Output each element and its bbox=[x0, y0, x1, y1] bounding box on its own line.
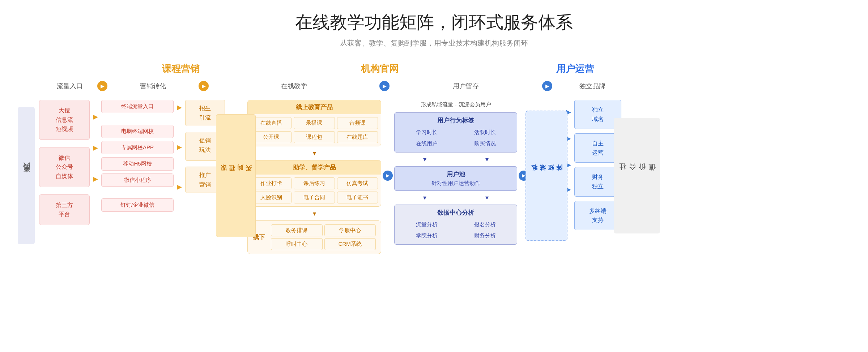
flow-arrow-3: ▶ bbox=[379, 81, 390, 91]
online-edu-header: 线上教育产品 bbox=[248, 100, 381, 114]
ot-down-arrow-2: ▾ bbox=[247, 210, 381, 218]
assist-section: 助学、督学产品 作业打卡 课后练习 仿真考试 人脸识别 电子合同 电子证书 bbox=[247, 160, 381, 207]
down-arrow-3: ▾ bbox=[394, 194, 455, 202]
traffic-to-marketing-arrows: ▶ ▶ ▶ bbox=[90, 97, 101, 254]
down-arrows-row-2: ▾ ▾ bbox=[394, 194, 517, 202]
page-title: 在线教学功能矩阵，闭环式服务体系 bbox=[14, 11, 854, 34]
flow-labels-row: 流量入口 ▶ 营销转化 ▶ 在线教学 ▶ 用户留存 ▶ 独立品牌 bbox=[14, 81, 854, 91]
online-edu-section: 线上教育产品 在线直播 录播课 音频课 公开课 课程包 在线题库 bbox=[247, 100, 381, 146]
section-header-website: 机构官网 bbox=[275, 63, 485, 75]
data-center-header: 数据中心分析 bbox=[398, 209, 513, 217]
diagram-body: 流量入口 大搜信息流短视频 微信公众号自媒体 第三方平台 ▶ ▶ ▶ 终端流量入… bbox=[14, 97, 854, 254]
mkt-item-3: 专属网校APP bbox=[101, 141, 174, 154]
traffic-sources-col: 大搜信息流短视频 微信公众号自媒体 第三方平台 bbox=[39, 97, 90, 254]
edu-item-1: 在线直播 bbox=[251, 117, 292, 129]
left-traffic-label-col: 流量入口 bbox=[14, 97, 39, 254]
right-vertical-label: 社会价值 bbox=[614, 118, 660, 233]
flow-label-online: 在线教学 bbox=[213, 82, 375, 90]
traffic-source-3: 第三方平台 bbox=[39, 194, 90, 225]
private-domain-label: 私域矩阵 bbox=[526, 111, 567, 241]
section-header-user-ops: 用户运营 bbox=[485, 63, 665, 75]
arrow-t3: ▶ bbox=[93, 168, 98, 189]
course-purchase-label: 课程购买 bbox=[216, 114, 256, 237]
dc-item-2: 报名分析 bbox=[456, 220, 513, 229]
section-header-marketing: 课程营销 bbox=[87, 63, 275, 75]
mkt-spacer-1 bbox=[101, 116, 174, 122]
assist-item-5: 电子合同 bbox=[294, 192, 335, 203]
offline-item-1: 教务排课 bbox=[271, 224, 323, 236]
mkt-item-5: 微信小程序 bbox=[101, 173, 174, 187]
marketing-to-buy-arrows: ▶ ▶ ▶ bbox=[174, 97, 185, 254]
arrow-t1: ▶ bbox=[93, 106, 98, 127]
mkt-spacer-2 bbox=[101, 190, 174, 196]
assist-header: 助学、督学产品 bbox=[248, 160, 381, 175]
flow-label-traffic: 流量入口 bbox=[46, 82, 93, 90]
arrow-m2: ▶ bbox=[177, 124, 182, 171]
data-center-section: 数据中心分析 流量分析 报名分析 学院分析 财务分析 bbox=[394, 205, 517, 245]
left-vertical-label: 流量入口 bbox=[18, 107, 35, 244]
mkt-item-6: 钉钉/企业微信 bbox=[101, 198, 174, 212]
private-domain-col: 私域矩阵 bbox=[530, 97, 563, 254]
arrow-t2: ▶ bbox=[93, 134, 98, 161]
flow-arrow-1: ▶ bbox=[97, 81, 107, 91]
dc-item-4: 财务分析 bbox=[456, 231, 513, 241]
assist-item-4: 人脸识别 bbox=[251, 192, 292, 203]
assist-grid: 作业打卡 课后练习 仿真考试 人脸识别 电子合同 电子证书 bbox=[248, 175, 381, 206]
bt-item-1: 学习时长 bbox=[398, 128, 455, 137]
user-pool-title: 用户池 bbox=[398, 170, 513, 179]
page-container: 在线教学功能矩阵，闭环式服务体系 从获客、教学、复购到学服，用专业技术构建机构服… bbox=[0, 0, 868, 352]
data-center-grid: 流量分析 报名分析 学院分析 财务分析 bbox=[398, 220, 513, 241]
edu-item-5: 课程包 bbox=[294, 131, 335, 143]
arrow-m3: ▶ bbox=[177, 179, 182, 194]
edu-item-6: 在线题库 bbox=[337, 131, 378, 143]
ot-down-arrow-1: ▾ bbox=[247, 149, 381, 157]
bt-item-2: 活跃时长 bbox=[456, 128, 513, 137]
down-arrow-1: ▾ bbox=[394, 155, 455, 163]
right-value-col: 社会价值 bbox=[624, 97, 650, 254]
private-flow-text: 形成私域流量，沉淀会员用户 bbox=[394, 100, 517, 110]
offline-item-2: 学服中心 bbox=[324, 224, 376, 236]
traffic-source-2: 微信公众号自媒体 bbox=[39, 147, 90, 187]
arrow-m1: ▶ bbox=[177, 100, 182, 115]
flow-arrow-2: ▶ bbox=[199, 81, 209, 91]
behavior-tag-header: 用户行为标签 bbox=[398, 116, 513, 125]
flow-arrow-4: ▶ bbox=[542, 81, 552, 91]
arrow-circle-blue-1: ▶ bbox=[383, 171, 393, 181]
assist-item-2: 课后练习 bbox=[294, 177, 335, 189]
edu-item-4: 公开课 bbox=[251, 131, 292, 143]
course-purchase-col: 课程购买 bbox=[225, 97, 244, 254]
user-pool-section: 用户池 针对性用户运营动作 bbox=[394, 166, 517, 191]
dc-item-1: 流量分析 bbox=[398, 220, 455, 229]
behavior-tag-section: 用户行为标签 学习时长 活跃时长 在线用户 购买情况 bbox=[394, 112, 517, 153]
dc-item-3: 学院分析 bbox=[398, 231, 455, 241]
assist-item-6: 电子证书 bbox=[337, 192, 378, 203]
traffic-source-1: 大搜信息流短视频 bbox=[39, 100, 90, 140]
offline-grid: 教务排课 学服中心 呼叫中心 CRM系统 bbox=[271, 224, 376, 250]
flow-label-marketing: 营销转化 bbox=[111, 82, 195, 90]
down-arrow-4: ▾ bbox=[456, 194, 517, 202]
page-subtitle: 从获客、教学、复购到学服，用专业技术构建机构服务闭环 bbox=[14, 38, 854, 48]
ot-to-ur-arrow: ▶ bbox=[381, 97, 394, 254]
assist-item-3: 仿真考试 bbox=[337, 177, 378, 189]
behavior-tag-grid: 学习时长 活跃时长 在线用户 购买情况 bbox=[398, 128, 513, 149]
marketing-items-col: 终端流量入口 电脑终端网校 专属网校APP 移动H5网校 微信小程序 钉钉/企业… bbox=[101, 97, 174, 254]
bt-item-3: 在线用户 bbox=[398, 139, 455, 149]
mkt-item-4: 移动H5网校 bbox=[101, 157, 174, 171]
offline-item-3: 呼叫中心 bbox=[271, 238, 323, 250]
user-retention-col: 形成私域流量，沉淀会员用户 用户行为标签 学习时长 活跃时长 在线用户 购买情况… bbox=[394, 97, 517, 254]
online-teaching-col: 线上教育产品 在线直播 录播课 音频课 公开课 课程包 在线题库 ▾ 助学、督学… bbox=[244, 97, 381, 254]
down-arrows-row: ▾ ▾ bbox=[394, 155, 517, 163]
offline-item-4: CRM系统 bbox=[324, 238, 376, 250]
flow-label-brand: 独立品牌 bbox=[556, 82, 629, 90]
online-edu-grid: 在线直播 录播课 音频课 公开课 课程包 在线题库 bbox=[248, 114, 381, 146]
bt-item-4: 购买情况 bbox=[456, 139, 513, 149]
edu-item-3: 音频课 bbox=[337, 117, 378, 129]
edu-item-2: 录播课 bbox=[294, 117, 335, 129]
mkt-item-2: 电脑终端网校 bbox=[101, 125, 174, 138]
section-headers: 课程营销 机构官网 用户运营 bbox=[14, 63, 854, 75]
assist-item-1: 作业打卡 bbox=[251, 177, 292, 189]
user-pool-subtitle: 针对性用户运营动作 bbox=[398, 180, 513, 187]
down-arrow-2: ▾ bbox=[456, 155, 517, 163]
offline-section: 线下 教务排课 学服中心 呼叫中心 CRM系统 bbox=[247, 220, 381, 254]
mkt-item-1: 终端流量入口 bbox=[101, 100, 174, 113]
